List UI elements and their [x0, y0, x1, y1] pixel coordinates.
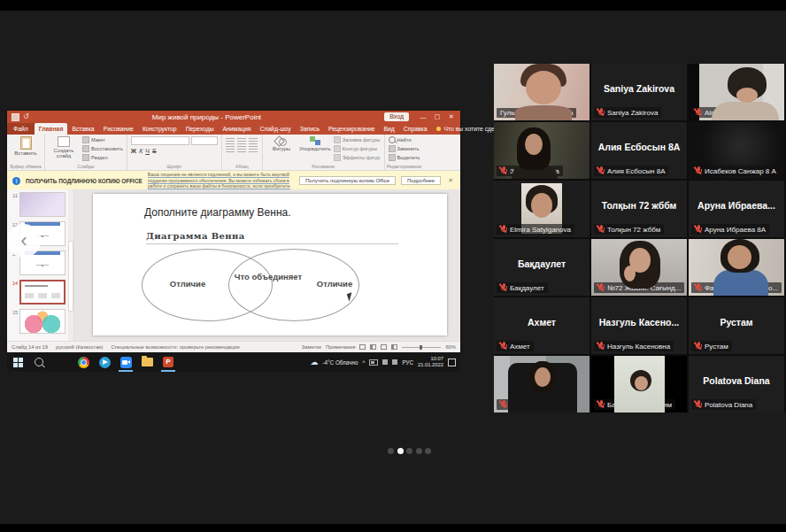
participant-tile[interactable]: Назгуль Касено... Назгуль Касеновна: [591, 297, 687, 354]
shape-outline-button[interactable]: Контур фигуры: [334, 145, 381, 152]
taskbar-clock[interactable]: 10:07 21.01.2022: [418, 356, 443, 368]
page-dot[interactable]: [388, 448, 394, 454]
tab-help[interactable]: Справка: [399, 123, 432, 135]
restore-button[interactable]: ▢: [430, 113, 444, 120]
normal-view-icon[interactable]: [359, 344, 366, 350]
taskbar-messenger[interactable]: [94, 352, 115, 372]
slide-sorter-icon[interactable]: [370, 344, 376, 350]
underline-button[interactable]: Ч: [145, 148, 150, 154]
slide-thumbnail-selected[interactable]: 14: [9, 280, 71, 305]
notes-toggle[interactable]: Заметки: [302, 344, 321, 350]
shape-fill-button[interactable]: Заливка фигуры: [334, 136, 381, 143]
strikethrough-button[interactable]: S: [152, 148, 157, 154]
start-button[interactable]: [7, 352, 28, 372]
participant-name-centered: Назгуль Касено...: [593, 317, 685, 328]
save-icon[interactable]: [12, 113, 19, 121]
get-office-button[interactable]: Получить подлинную копию Office: [299, 176, 396, 185]
tab-insert[interactable]: Вставка: [67, 123, 98, 135]
close-button[interactable]: ✕: [444, 113, 458, 120]
zoom-slider-thumb[interactable]: [420, 345, 422, 350]
page-dot[interactable]: [425, 448, 431, 454]
participant-tile[interactable]: Бақдаулет Бақдаулет: [494, 239, 590, 296]
participant-tile[interactable]: Гульмира Абдуллаева: [494, 64, 590, 120]
learn-more-button[interactable]: Подробнее: [401, 176, 441, 185]
tab-slideshow[interactable]: Слайд-шоу: [255, 123, 295, 135]
participant-name-tag: Назгуль Касеновна: [594, 341, 674, 351]
section-button[interactable]: Раздел: [82, 154, 123, 161]
tab-file[interactable]: Файл: [7, 123, 35, 135]
minimize-button[interactable]: —: [416, 114, 430, 120]
weather-text[interactable]: -4°C Облачно: [322, 359, 358, 366]
page-dot[interactable]: [406, 448, 412, 454]
new-slide-button[interactable]: Создать слайд: [49, 136, 79, 159]
shapes-button[interactable]: Фигуры: [266, 136, 297, 151]
participant-tile[interactable]: Aiman Mamirbekova: [689, 64, 784, 120]
network-icon[interactable]: [382, 359, 388, 365]
previous-page-overlay-button[interactable]: ‹: [7, 224, 41, 258]
font-size-select[interactable]: [191, 136, 218, 145]
participant-tile[interactable]: Polatova Diana Polatova Diana: [689, 356, 784, 412]
taskbar-powerpoint[interactable]: P: [158, 352, 179, 372]
language-indicator[interactable]: русский (Казахстан): [56, 344, 103, 350]
tab-view[interactable]: Вид: [380, 123, 399, 135]
participant-tile[interactable]: Gulzhan Imanova: [494, 356, 590, 412]
shape-effects-button[interactable]: Эффекты фигур: [334, 154, 381, 161]
participant-tile[interactable]: Исабеков Санжар 8 А: [689, 122, 784, 179]
zoom-level[interactable]: 60%: [445, 344, 456, 350]
signin-button[interactable]: Вход: [384, 112, 409, 121]
replace-button[interactable]: Заменить: [389, 145, 420, 152]
tray-expand-icon[interactable]: ^: [362, 359, 365, 366]
page-dot[interactable]: [416, 448, 422, 454]
notification-center-icon[interactable]: [448, 359, 456, 366]
undo-icon[interactable]: ↺: [23, 113, 29, 120]
tab-animations[interactable]: Анимация: [219, 123, 256, 135]
participant-tile[interactable]: Elmira Satylganova: [494, 181, 590, 237]
zoom-slider[interactable]: [402, 347, 441, 348]
taskbar-explorer[interactable]: [136, 352, 158, 372]
font-name-select[interactable]: [131, 136, 189, 145]
reading-view-icon[interactable]: [381, 344, 387, 350]
taskbar-chrome[interactable]: [73, 352, 94, 372]
participant-tile[interactable]: №72 ЖББМ. Сағынд...: [591, 239, 687, 296]
participant-tile[interactable]: Алия Есбосын 8А Алия Есбосын 8А: [591, 122, 687, 179]
clipboard-group: Вставить Буфер обмена: [7, 135, 45, 170]
slide-thumbnail[interactable]: 11: [9, 192, 71, 217]
participant-tile[interactable]: Saniya Zakirova Saniya Zakirova: [591, 64, 687, 120]
participant-tile[interactable]: Аруна Ибраева... Аруна Ибраева 8А: [689, 181, 784, 237]
tab-home[interactable]: Главная: [35, 123, 68, 135]
taskbar-search[interactable]: [28, 352, 50, 372]
bold-button[interactable]: Ж: [131, 148, 136, 154]
paste-button[interactable]: Вставить: [11, 136, 41, 156]
tab-record[interactable]: Запись: [296, 123, 324, 135]
select-button[interactable]: Выделить: [389, 154, 420, 161]
tab-transitions[interactable]: Переходы: [181, 123, 219, 135]
find-button[interactable]: Найти: [389, 136, 420, 143]
tab-design[interactable]: Конструктор: [138, 123, 181, 135]
taskbar-zoom[interactable]: [115, 352, 136, 372]
page-dot-active[interactable]: [397, 448, 404, 454]
current-slide[interactable]: Дополните диаграмму Венна. Диаграмма Вен…: [93, 194, 447, 335]
list-buttons[interactable]: [226, 138, 258, 152]
date: 21.01.2022: [418, 362, 443, 368]
arrange-button[interactable]: Упорядочить: [300, 136, 330, 151]
comments-toggle[interactable]: Примечания: [326, 344, 355, 350]
participant-tile[interactable]: Рустам Рустам: [689, 297, 784, 354]
accessibility-check[interactable]: Специальные возможности: проверьте реком…: [111, 344, 239, 350]
participant-tile[interactable]: Толқын 72 жббм Толқын 72 жббм: [591, 181, 687, 237]
thumbnail-scrollbar[interactable]: [68, 241, 73, 312]
tab-review[interactable]: Рецензирование: [324, 123, 379, 135]
slide-thumbnail[interactable]: 15: [9, 309, 71, 334]
participant-tile[interactable]: Байтасова Айгерим: [591, 356, 687, 412]
layout-button[interactable]: Макет: [82, 136, 123, 143]
battery-icon[interactable]: [369, 359, 378, 366]
language-switcher[interactable]: РУС: [402, 359, 413, 366]
italic-button[interactable]: К: [139, 148, 143, 154]
reset-button[interactable]: Восстановить: [82, 145, 123, 152]
slideshow-icon[interactable]: [391, 344, 397, 350]
volume-icon[interactable]: [392, 359, 397, 365]
participant-tile[interactable]: Фарида Несипакыно...: [689, 239, 784, 296]
dismiss-warning-icon[interactable]: ✕: [446, 177, 455, 184]
participant-tile[interactable]: Ахмет Ахмет: [494, 297, 590, 354]
tab-draw[interactable]: Рисование: [99, 123, 138, 135]
participant-tile[interactable]: Закирова Дана: [494, 122, 590, 179]
